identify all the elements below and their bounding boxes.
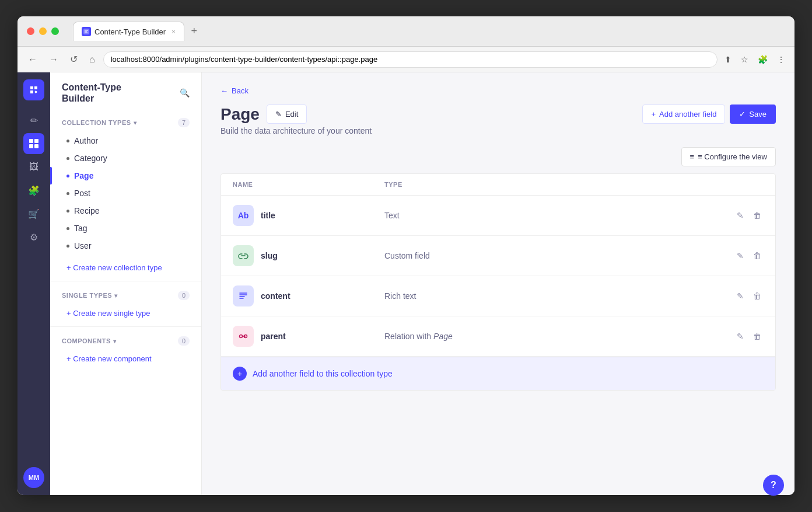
divider-1 <box>50 281 201 281</box>
nav-dot <box>66 245 69 248</box>
edit-button[interactable]: ✎ Edit <box>267 105 307 124</box>
field-actions-title: ✎ 🗑 <box>717 208 764 222</box>
new-tab-button[interactable]: + <box>191 25 198 37</box>
help-button[interactable]: ? <box>763 475 784 496</box>
page-title: Page ✎ Edit <box>220 105 372 124</box>
sidebar-item-marketplace[interactable]: 🛒 <box>23 203 44 224</box>
page-header: Page ✎ Edit Build the data architecture … <box>220 105 776 135</box>
col-name-header: NAME <box>233 181 384 188</box>
delete-field-content-button[interactable]: 🗑 <box>751 289 764 303</box>
create-single-type-link[interactable]: + Create new single type <box>50 305 201 322</box>
list-icon: ≡ <box>690 152 695 161</box>
fields-table: NAME TYPE Ab title Text ✎ 🗑 <box>220 173 776 391</box>
nav-item-category[interactable]: Category <box>50 149 201 167</box>
back-label: Back <box>232 86 249 95</box>
field-actions-slug: ✎ 🗑 <box>717 249 764 263</box>
collection-types-arrow[interactable]: ▾ <box>134 120 137 126</box>
delete-field-parent-button[interactable]: 🗑 <box>751 329 764 343</box>
edit-field-slug-button[interactable]: ✎ <box>734 249 746 263</box>
bookmark-button[interactable]: ☆ <box>738 54 751 65</box>
back-nav-button[interactable]: ← <box>24 52 41 67</box>
add-field-button[interactable]: + Add another field <box>642 105 725 124</box>
field-name-title: title <box>261 211 275 220</box>
sidebar-item-content-type-builder[interactable] <box>23 133 44 154</box>
create-collection-type-link[interactable]: + Create new collection type <box>50 259 201 276</box>
field-icon-title: Ab <box>233 205 254 226</box>
edit-icon: ✎ <box>275 110 282 119</box>
components-count: 0 <box>178 336 190 346</box>
nav-item-author-label: Author <box>74 136 98 145</box>
home-button[interactable]: ⌂ <box>86 52 99 67</box>
field-name-slug: slug <box>261 251 278 260</box>
add-field-row[interactable]: + Add another field to this collection t… <box>221 357 775 390</box>
forward-nav-button[interactable]: → <box>46 52 62 67</box>
browser-titlebar: Content-Type Builder × + <box>18 16 794 47</box>
nav-dot <box>66 210 69 213</box>
components-section-header: COMPONENTS ▾ 0 <box>50 332 201 350</box>
single-types-count: 0 <box>178 291 190 300</box>
nav-item-page-label: Page <box>74 171 93 180</box>
field-actions-content: ✎ 🗑 <box>717 289 764 303</box>
nav-item-author[interactable]: Author <box>50 132 201 149</box>
share-button[interactable]: ⬆ <box>722 54 734 65</box>
address-bar: ← → ↺ ⌂ localhost:8000/admin/plugins/con… <box>18 47 794 72</box>
sidebar-item-settings[interactable]: ⚙ <box>23 227 44 248</box>
nav-item-post[interactable]: Post <box>50 184 201 202</box>
delete-field-title-button[interactable]: 🗑 <box>751 208 764 222</box>
nav-item-tag-label: Tag <box>74 224 88 233</box>
nav-item-category-label: Category <box>74 154 107 163</box>
left-panel-search-button[interactable]: 🔍 <box>180 88 190 97</box>
add-field-row-icon: + <box>233 367 247 381</box>
field-row-parent: parent Relation with Page ✎ 🗑 <box>221 316 775 357</box>
extensions-button[interactable]: 🧩 <box>755 54 770 65</box>
main-content: ← Back Page ✎ Edit Build the data archit… <box>202 72 794 495</box>
edit-field-title-button[interactable]: ✎ <box>734 208 746 222</box>
sidebar-item-media-library[interactable]: 🖼 <box>23 156 44 177</box>
url-bar[interactable]: localhost:8000/admin/plugins/content-typ… <box>103 51 718 68</box>
add-field-label: Add another field <box>659 110 716 119</box>
save-button[interactable]: ✓ Save <box>730 105 776 124</box>
nav-item-user[interactable]: User <box>50 237 201 255</box>
nav-item-recipe-label: Recipe <box>74 206 100 215</box>
fullscreen-traffic-light[interactable] <box>51 27 59 35</box>
nav-dot <box>66 227 69 230</box>
edit-field-content-button[interactable]: ✎ <box>734 289 746 303</box>
delete-field-slug-button[interactable]: 🗑 <box>751 249 764 263</box>
create-component-link[interactable]: + Create new component <box>50 350 201 367</box>
configure-view-button[interactable]: ≡ ≡ Configure the view <box>681 147 776 166</box>
single-types-arrow[interactable]: ▾ <box>114 292 118 299</box>
field-icon-content <box>233 285 254 306</box>
close-traffic-light[interactable] <box>27 27 34 35</box>
field-type-title: Text <box>384 211 717 220</box>
field-row-slug: slug Custom field ✎ 🗑 <box>221 236 775 276</box>
app-logo[interactable] <box>23 79 44 100</box>
sidebar-item-content-manager[interactable]: ✏ <box>23 110 44 131</box>
save-label: Save <box>749 110 766 119</box>
field-icon-slug <box>233 245 254 266</box>
nav-item-recipe[interactable]: Recipe <box>50 202 201 220</box>
nav-item-page[interactable]: Page <box>50 167 201 184</box>
field-name-content: content <box>261 291 290 301</box>
components-arrow[interactable]: ▾ <box>113 338 117 344</box>
reload-button[interactable]: ↺ <box>66 51 81 67</box>
sidebar-item-plugins[interactable]: 🧩 <box>23 180 44 201</box>
fields-table-header: NAME TYPE <box>221 174 775 196</box>
page-title-group: Page ✎ Edit Build the data architecture … <box>220 105 372 135</box>
user-avatar[interactable]: MM <box>23 467 44 488</box>
field-name-cell-content: content <box>233 285 384 306</box>
col-type-header: TYPE <box>384 181 717 188</box>
configure-view-bar: ≡ ≡ Configure the view <box>220 147 776 166</box>
nav-item-tag[interactable]: Tag <box>50 220 201 237</box>
left-panel: Content-TypeBuilder 🔍 COLLECTION TYPES ▾… <box>50 72 202 495</box>
more-button[interactable]: ⋮ <box>775 54 788 65</box>
edit-field-parent-button[interactable]: ✎ <box>734 329 746 343</box>
field-type-content: Rich text <box>384 291 717 301</box>
single-types-section-header: SINGLE TYPES ▾ 0 <box>50 286 201 305</box>
minimize-traffic-light[interactable] <box>39 27 47 35</box>
collection-types-list: Author Category Page Post Recipe <box>50 132 201 259</box>
tab-close-button[interactable]: × <box>172 28 175 35</box>
configure-view-label: ≡ Configure the view <box>698 152 767 161</box>
tab-title: Content-Type Builder <box>94 27 166 36</box>
active-tab[interactable]: Content-Type Builder × <box>73 22 184 41</box>
back-link[interactable]: ← Back <box>220 86 776 95</box>
